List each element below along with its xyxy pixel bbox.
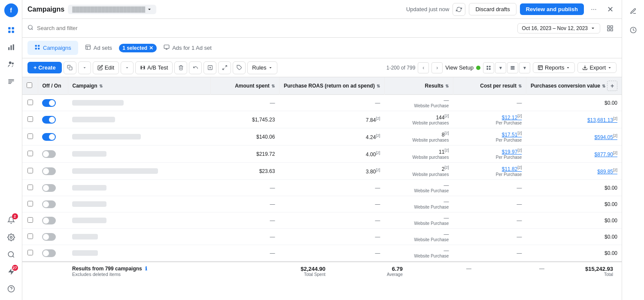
sidebar-item-audience[interactable]: [3, 57, 19, 72]
roas-cell: —: [279, 212, 384, 229]
conv-value-cell: $877.90[2]: [526, 145, 622, 163]
footer-info-icon[interactable]: ℹ: [145, 266, 147, 272]
campaign-toggle[interactable]: [42, 116, 56, 124]
view-setup-button[interactable]: View Setup: [445, 64, 480, 71]
more-options-button[interactable]: ···: [587, 3, 600, 16]
results-cell: — Website Purchase: [384, 95, 453, 111]
sidebar-item-campaigns[interactable]: [3, 22, 19, 38]
campaign-toggle[interactable]: [42, 217, 56, 224]
move-button[interactable]: [218, 61, 231, 74]
tag-button[interactable]: [233, 61, 246, 74]
rules-button[interactable]: Rules: [247, 61, 277, 74]
search-input[interactable]: [37, 25, 514, 31]
row-checkbox[interactable]: [27, 201, 33, 206]
sidebar-item-reports[interactable]: [3, 74, 19, 89]
duplicate-button[interactable]: [64, 61, 76, 74]
conv-value[interactable]: $13,681.13[2]: [587, 117, 617, 123]
edit-button[interactable]: Edit: [93, 61, 119, 74]
results-cell: 11[2] Website purchases: [384, 145, 453, 163]
grid-view-button[interactable]: [483, 62, 494, 73]
prev-page-button[interactable]: ‹: [418, 62, 429, 73]
results-header[interactable]: Results⇅: [384, 77, 453, 95]
sidebar-item-chart[interactable]: [3, 39, 19, 55]
row-toggle-cell: [38, 145, 68, 163]
sidebar-item-notifications[interactable]: 2: [3, 212, 19, 228]
toggle-header[interactable]: Off / On: [38, 77, 68, 95]
campaign-toggle[interactable]: [42, 167, 56, 175]
campaign-toggle[interactable]: [42, 233, 56, 241]
row-checkbox[interactable]: [27, 116, 33, 122]
row-checkbox[interactable]: [27, 151, 33, 156]
campaign-toggle[interactable]: [42, 150, 56, 158]
roas-header[interactable]: Purchase ROAS (return on ad spend)⇅: [279, 77, 384, 95]
clear-selection-button[interactable]: ✕: [149, 45, 153, 51]
sidebar-item-lightning[interactable]: 27: [3, 264, 19, 279]
cost-per-result-header[interactable]: Cost per result⇅: [453, 77, 526, 95]
row-checkbox[interactable]: [27, 168, 33, 173]
campaign-toggle[interactable]: [42, 184, 56, 192]
tab-campaigns[interactable]: Campaigns: [27, 41, 78, 55]
right-panel-clock-icon[interactable]: [626, 22, 641, 38]
tab-adsets[interactable]: Ad sets: [78, 41, 119, 55]
trash-button[interactable]: [204, 61, 216, 74]
conv-value-cell: $0.00: [526, 196, 622, 212]
list-view-button[interactable]: [507, 62, 518, 73]
table-row: — — — Website Purchase — $0.00: [22, 95, 622, 111]
campaign-toggle[interactable]: [42, 133, 56, 141]
date-range-picker[interactable]: Oct 16, 2023 – Nov 12, 2023: [517, 23, 600, 33]
roas-value: 4.00[2]: [366, 152, 380, 158]
amount-value: $219.72: [256, 151, 275, 157]
review-publish-button[interactable]: Review and publish: [520, 3, 584, 15]
next-page-button[interactable]: ›: [431, 62, 443, 73]
undo-button[interactable]: [189, 61, 202, 74]
conv-value-cell: $89.85[2]: [526, 163, 622, 180]
close-button[interactable]: ✕: [604, 3, 617, 16]
campaign-header[interactable]: Campaign⇅: [68, 77, 210, 95]
cost-label: Per Purchase: [457, 121, 522, 125]
row-checkbox[interactable]: [27, 133, 33, 139]
row-checkbox[interactable]: [27, 233, 33, 239]
sidebar-item-search[interactable]: [3, 247, 19, 262]
list-dropdown[interactable]: ▾: [519, 62, 530, 73]
cost-value[interactable]: $19.97[2]: [502, 149, 522, 155]
edit-dropdown-button[interactable]: [121, 61, 134, 74]
conv-value[interactable]: $594.05[2]: [595, 134, 617, 140]
cost-value[interactable]: $17.51[2]: [502, 132, 522, 138]
sidebar-item-help[interactable]: [3, 281, 19, 297]
grid-dropdown[interactable]: ▾: [495, 62, 506, 73]
cost-value[interactable]: $11.82[2]: [502, 166, 522, 172]
discard-drafts-button[interactable]: Discard drafts: [469, 3, 516, 15]
sidebar-item-settings[interactable]: [3, 230, 19, 245]
delete-button[interactable]: [174, 61, 187, 74]
campaign-toggle[interactable]: [42, 249, 56, 257]
row-checkbox[interactable]: [27, 100, 33, 105]
select-all-checkbox[interactable]: [27, 82, 32, 88]
conv-value[interactable]: $89.85[2]: [597, 169, 617, 175]
add-column-button[interactable]: +: [607, 81, 617, 91]
row-checkbox[interactable]: [27, 217, 33, 223]
right-panel-edit-icon[interactable]: [626, 3, 641, 19]
cost-cell: —: [453, 95, 526, 111]
campaign-toggle[interactable]: [42, 99, 56, 107]
results-cell: — Website Purchase: [384, 196, 453, 212]
row-checkbox[interactable]: [27, 185, 33, 190]
conv-value[interactable]: $877.90[2]: [595, 152, 617, 158]
duplicate-dropdown-button[interactable]: [78, 61, 91, 74]
create-button[interactable]: + Create: [27, 62, 62, 73]
campaign-toggle[interactable]: [42, 200, 56, 208]
selected-badge[interactable]: 1 selected ✕: [119, 44, 157, 52]
chart-view-button[interactable]: [604, 22, 617, 35]
reports-button[interactable]: Reports: [533, 62, 575, 73]
app-logo[interactable]: f: [4, 3, 18, 17]
results-label: Website Purchase: [389, 254, 449, 258]
ab-test-button[interactable]: A/B Test: [135, 61, 173, 74]
conv-value-header[interactable]: Purchases conversion value⇅+: [526, 77, 622, 95]
campaign-dropdown[interactable]: ████████████████████: [68, 5, 156, 14]
tab-ads[interactable]: Ads for 1 Ad set: [157, 41, 219, 55]
cost-value[interactable]: $12.12[2]: [502, 115, 522, 121]
amount-spent-header[interactable]: Amount spent⇅: [210, 77, 279, 95]
export-button[interactable]: Export: [577, 62, 617, 73]
row-checkbox[interactable]: [27, 250, 33, 255]
select-all-header[interactable]: [22, 77, 38, 95]
refresh-button[interactable]: [453, 3, 465, 16]
